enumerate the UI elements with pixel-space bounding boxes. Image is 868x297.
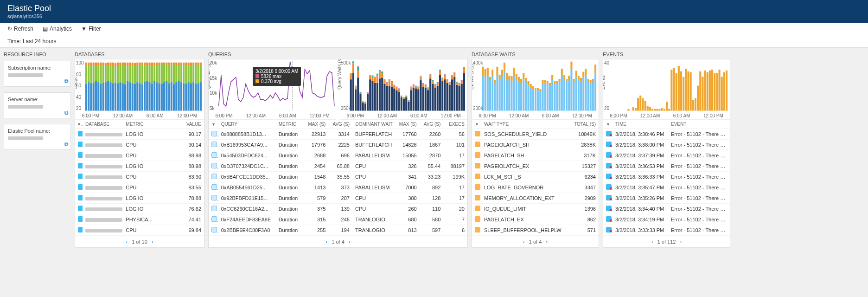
pager-next[interactable]: ›	[346, 239, 353, 245]
svg-rect-86	[153, 63, 155, 65]
table-row[interactable]: 0xD3707324DC1C...Duration245465.08CPU326…	[209, 161, 467, 172]
column-header[interactable]: EVENT	[668, 120, 730, 129]
table-row[interactable]: 3/2/2018, 3:37:39 PMError - 51102 - Ther…	[603, 150, 730, 161]
table-row[interactable]: 0x54503DFDC624...Duration2688696PARALLEL…	[209, 150, 467, 161]
svg-rect-83	[151, 63, 153, 65]
column-header[interactable]: MAX (S)	[396, 120, 420, 129]
table-row[interactable]: LOG_RATE_GOVERNOR3347	[472, 182, 599, 193]
svg-rect-326	[458, 84, 460, 86]
db-name-placeholder	[85, 133, 122, 136]
table-row[interactable]: SOS_SCHEDULER_YIELD10046K	[472, 129, 599, 140]
events-chart[interactable]: Events 4020 6:00 PM12:00 AM6:00 AM12:00 …	[603, 59, 730, 120]
analytics-button[interactable]: ▤ Analytics	[43, 26, 72, 32]
column-header[interactable]: METRIC	[276, 120, 305, 129]
table-row[interactable]: MEMORY_ALLOCATION_EXT2909	[472, 193, 599, 204]
column-header[interactable]: METRIC	[123, 120, 163, 129]
table-row[interactable]: LOG IO88.98	[75, 161, 204, 172]
table-row[interactable]: LOG IO76.62	[75, 204, 204, 214]
table-row[interactable]: PAGELATCH_SH317K	[472, 150, 599, 161]
y-tick: 500k	[341, 60, 351, 65]
table-row[interactable]: 0xB169953CA7A9...Duration179762225BUFFER…	[209, 140, 467, 150]
table-row[interactable]: 0xCC6260CE16A2...Duration375139CPU260110…	[209, 204, 467, 214]
svg-rect-4	[88, 65, 89, 82]
table-row[interactable]: 3/2/2018, 3:34:19 PMError - 51102 - Ther…	[603, 214, 730, 225]
table-row[interactable]: 3/2/2018, 3:36:53 PMError - 51102 - Ther…	[603, 161, 730, 172]
column-header[interactable]: QUERY	[218, 120, 276, 129]
table-row[interactable]: PAGEIOLATCH_EX15327	[472, 161, 599, 172]
table-row[interactable]: 0xAB0554561D25...Duration1413373PARALLEL…	[209, 182, 467, 193]
pager-next[interactable]: ›	[149, 239, 156, 245]
resource-tile[interactable]: Server name: ⧉	[4, 92, 71, 118]
table-row[interactable]: 0x8888858B1D13...Duration229133314BUFFER…	[209, 129, 467, 140]
column-header[interactable]: DATABASE	[83, 120, 123, 129]
table-row[interactable]: 3/2/2018, 3:38:00 PMError - 51102 - Ther…	[603, 140, 730, 150]
database-icon	[78, 142, 83, 147]
refresh-button[interactable]: ↻ Refresh	[7, 26, 33, 32]
table-row[interactable]: PAGELATCH_EX862	[472, 214, 599, 225]
table-row[interactable]: PAGEIOLATCH_SH2838K	[472, 140, 599, 150]
svg-rect-123	[185, 84, 187, 110]
pager-prev[interactable]: ‹	[649, 239, 656, 245]
column-header[interactable]: TIME	[613, 120, 668, 129]
svg-rect-260	[417, 87, 419, 87]
table-row[interactable]: 3/2/2018, 3:33:33 PMError - 51102 - Ther…	[603, 225, 730, 236]
open-icon[interactable]: ⧉	[64, 141, 69, 148]
table-row[interactable]: 3/2/2018, 3:36:33 PMError - 51102 - Ther…	[603, 172, 730, 182]
column-header[interactable]: MAX (S)	[305, 120, 329, 129]
table-row[interactable]: SLEEP_BUFFERPOOL_HELPLW571	[472, 225, 599, 236]
table-row[interactable]: 3/2/2018, 3:35:47 PMError - 51102 - Ther…	[603, 182, 730, 193]
column-header[interactable]: AVG (S)	[420, 120, 444, 129]
query-waits-chart[interactable]: Query Waits (s) 500k250k 6:00 PM12:00 AM…	[340, 59, 467, 120]
svg-rect-185	[374, 83, 376, 111]
pager-next[interactable]: ›	[677, 239, 684, 245]
db-name-placeholder	[85, 197, 122, 200]
table-row[interactable]: CPU90.14	[75, 140, 204, 150]
table-row[interactable]: 0x5BAFCEE1DD35...Duration154835.55CPU341…	[209, 172, 467, 182]
column-header[interactable]: EXECS	[443, 120, 467, 129]
column-header[interactable]: TOTAL (S)	[571, 120, 599, 129]
column-header[interactable]: WAIT TYPE	[481, 120, 571, 129]
table-row[interactable]: CPU69.84	[75, 225, 204, 236]
column-header[interactable]: VALUE	[164, 120, 204, 129]
table-row[interactable]: LCK_M_SCH_S6234	[472, 172, 599, 182]
table-row[interactable]: 3/2/2018, 3:35:26 PMError - 51102 - Ther…	[603, 193, 730, 204]
svg-rect-117	[180, 82, 182, 110]
table-row[interactable]: 3/2/2018, 3:34:40 PMError - 51102 - Ther…	[603, 204, 730, 214]
column-header[interactable]: DOMINANT WAIT	[352, 120, 396, 129]
query-duration-chart[interactable]: Query dur (s) 20k15k10k5k 6:00 PM12:00 A…	[209, 59, 336, 120]
svg-rect-215	[391, 82, 393, 82]
table-row[interactable]: 0x92BFBFD21E15...Duration579207CPU380128…	[209, 193, 467, 204]
column-filter-icon[interactable]	[603, 120, 613, 129]
table-row[interactable]: 3/2/2018, 3:38:46 PMError - 51102 - Ther…	[603, 129, 730, 140]
column-filter-icon[interactable]	[472, 120, 481, 129]
svg-rect-197	[381, 77, 383, 110]
table-row[interactable]: LOG IO78.88	[75, 193, 204, 204]
table-row[interactable]: CPU83.90	[75, 172, 204, 182]
svg-rect-357	[506, 79, 508, 110]
pager-prev[interactable]: ‹	[520, 239, 528, 245]
filter-button[interactable]: ▼ Filter	[81, 26, 101, 32]
databases-chart[interactable]: Usage 10080604020 6:00 PM12:00 AM6:00 AM…	[75, 59, 204, 120]
table-row[interactable]: CPU83.55	[75, 182, 204, 193]
open-icon[interactable]: ⧉	[64, 110, 69, 116]
column-filter-icon[interactable]	[209, 120, 218, 129]
table-row[interactable]: PHYSICA...74.41	[75, 214, 204, 225]
open-icon[interactable]: ⧉	[64, 78, 69, 84]
table-row[interactable]: 0x2BBE6E4C80F3A8Duration255194TRANLOGIO8…	[209, 225, 467, 236]
table-row[interactable]: 0xF24AEEDF83EA8EDuration315246TRANLOGIO6…	[209, 214, 467, 225]
column-filter-icon[interactable]	[75, 120, 83, 129]
table-row[interactable]: CPU88.98	[75, 150, 204, 161]
waits-chart[interactable]: Db Waits (s) 400k200k 6:00 PM12:00 AM6:0…	[472, 59, 599, 120]
column-header[interactable]: AVG (S)	[328, 120, 352, 129]
svg-rect-63	[136, 82, 138, 110]
resource-tile[interactable]: Elastic Pool name: ⧉	[4, 124, 71, 150]
pager-prev[interactable]: ‹	[323, 239, 331, 245]
svg-rect-443	[637, 98, 639, 111]
pager-prev[interactable]: ‹	[123, 239, 130, 245]
table-row[interactable]: LOG IO90.17	[75, 129, 204, 140]
time-range[interactable]: Time: Last 24 hours	[0, 35, 868, 48]
resource-tile[interactable]: Subscription name: ⧉	[4, 61, 71, 87]
pager-next[interactable]: ›	[543, 239, 550, 245]
svg-rect-199	[381, 72, 383, 73]
table-row[interactable]: IO_QUEUE_LIMIT1398	[472, 204, 599, 214]
